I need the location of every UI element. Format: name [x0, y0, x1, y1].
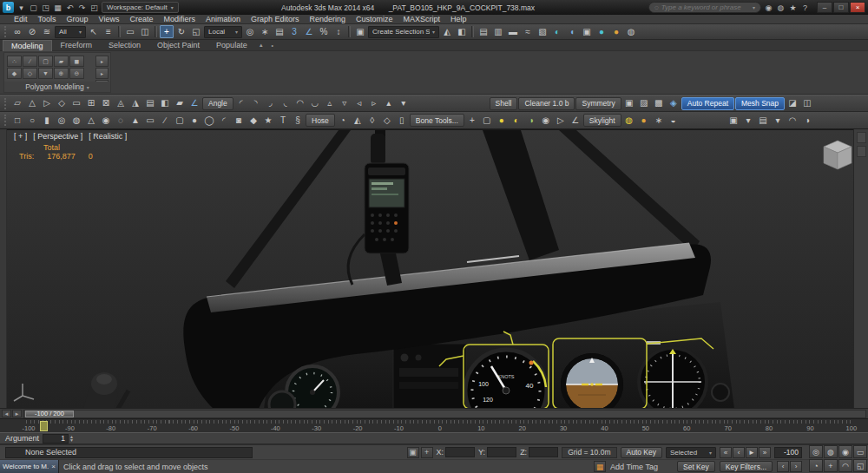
- hose-button[interactable]: Hose: [306, 114, 335, 127]
- y-coordinate-field[interactable]: [487, 447, 516, 457]
- signin-user-icon[interactable]: ◉: [763, 2, 774, 13]
- close-button[interactable]: ×: [850, 2, 865, 13]
- sphere-tool-icon[interactable]: ○: [25, 114, 39, 127]
- exposure-control-icon[interactable]: ◒: [667, 114, 681, 127]
- shift-brush-icon[interactable]: ◃: [352, 97, 366, 110]
- rectangle-tool-icon[interactable]: ▢: [173, 114, 187, 127]
- ribbon-tab[interactable]: Object Paint: [149, 40, 207, 51]
- viewport-general-menu[interactable]: [ + ]: [14, 132, 27, 141]
- pan-icon[interactable]: +: [824, 459, 838, 472]
- ribbon-minimize-icon[interactable]: ▴: [256, 42, 266, 49]
- gengon-tool-icon[interactable]: ◇: [380, 114, 394, 127]
- collapse-button[interactable]: ▼: [38, 68, 53, 79]
- helix-tool-icon[interactable]: §: [291, 114, 305, 127]
- toolbar-grip[interactable]: [4, 98, 8, 109]
- track-bar[interactable]: -100-90-80-70-60-50-40-30-20-10010203040…: [0, 418, 868, 432]
- layer-manager-icon[interactable]: ▤: [477, 25, 490, 38]
- select-and-rotate-icon[interactable]: ↻: [174, 25, 188, 38]
- edit-geometry-button[interactable]: ▸: [95, 68, 108, 79]
- select-by-name-icon[interactable]: ≡: [102, 25, 115, 38]
- viewport-pov-menu[interactable]: [ Perspective ]: [33, 132, 82, 141]
- reference-coordinate-dropdown[interactable]: Local ▾: [204, 26, 242, 38]
- select-object-icon[interactable]: ↖: [87, 25, 101, 38]
- menu-item[interactable]: Rendering: [305, 15, 352, 23]
- ribbon-options-icon[interactable]: •: [267, 43, 278, 49]
- viewcube[interactable]: [824, 141, 852, 169]
- compass-helper-icon[interactable]: ∗: [652, 114, 666, 127]
- chevron-down-icon[interactable]: ▾: [753, 4, 755, 10]
- box-tool-icon[interactable]: □: [10, 114, 24, 127]
- grid-options-icon[interactable]: ◪: [786, 97, 799, 110]
- command-panel-collapsed[interactable]: [853, 129, 868, 408]
- point-helper-icon[interactable]: +: [465, 114, 479, 127]
- window-crossing-icon[interactable]: ◫: [138, 25, 152, 38]
- flyout-arrow-icon[interactable]: ▾: [771, 114, 785, 127]
- border-mode-button[interactable]: ▢: [38, 56, 53, 67]
- daylight-icon[interactable]: ●: [637, 114, 651, 127]
- go-to-end-icon[interactable]: »: [759, 447, 771, 458]
- bone-tools-button[interactable]: Bone Tools...: [410, 114, 464, 127]
- exaggerate-brush-icon[interactable]: ▿: [338, 97, 352, 110]
- build-corner-icon[interactable]: ⊞: [84, 97, 98, 110]
- minimize-button[interactable]: –: [817, 2, 832, 13]
- communication-center-icon[interactable]: ◍: [775, 2, 786, 13]
- zoom-icon[interactable]: ◎: [809, 445, 823, 458]
- schematic-view-icon[interactable]: ▧: [536, 25, 549, 38]
- spindle-tool-icon[interactable]: ◊: [365, 114, 379, 127]
- workspace-dropdown[interactable]: Workspace: Default ▾: [102, 2, 179, 13]
- ringwave-tool-icon[interactable]: ◔: [336, 114, 350, 127]
- donut-tool-icon[interactable]: ◙: [232, 114, 246, 127]
- vertex-mode-button[interactable]: ∴: [7, 56, 22, 67]
- use-pivot-point-center-icon[interactable]: ◎: [243, 25, 257, 38]
- flatten-brush-icon[interactable]: ◡: [308, 97, 322, 110]
- snaps-toggle-3d-icon[interactable]: 3: [287, 25, 301, 38]
- modify-mode-button[interactable]: ▸: [95, 56, 108, 67]
- panorama-exporter-icon[interactable]: ◠: [786, 114, 799, 127]
- key-filters-button[interactable]: Key Filters...: [720, 461, 773, 472]
- auto-key-button[interactable]: Auto Key: [621, 447, 663, 458]
- object-level-button[interactable]: ◆: [7, 68, 22, 79]
- time-forward-icon[interactable]: ►: [12, 410, 22, 417]
- render-setup-icon[interactable]: ◖: [565, 25, 579, 38]
- x-coordinate-field[interactable]: [445, 447, 475, 457]
- spinner-arrows-icon[interactable]: ▲▼: [69, 435, 74, 442]
- absolute-mode-icon[interactable]: +: [421, 447, 433, 458]
- field-of-view-icon[interactable]: ◔: [809, 459, 823, 472]
- ribbon-tab[interactable]: Modeling: [3, 40, 52, 51]
- curve-editor-icon[interactable]: ≈: [521, 25, 535, 38]
- open-file-icon[interactable]: ◳: [40, 2, 51, 13]
- go-to-start-icon[interactable]: «: [720, 447, 732, 458]
- ngon-tool-icon[interactable]: ◆: [247, 114, 260, 127]
- preview-selection-button[interactable]: ◇: [23, 68, 37, 79]
- pinch-brush-icon[interactable]: ◟: [279, 97, 293, 110]
- target-weld-icon[interactable]: ◬: [114, 97, 128, 110]
- environment-icon[interactable]: ◑: [800, 114, 814, 127]
- save-file-icon[interactable]: ▦: [52, 2, 63, 13]
- quad-cap-icon[interactable]: ▷: [40, 97, 54, 110]
- menu-item[interactable]: Views: [94, 15, 125, 23]
- play-icon[interactable]: ►: [746, 447, 758, 458]
- batch-render-icon[interactable]: ▤: [756, 114, 770, 127]
- add-time-tag[interactable]: Add Time Tag: [610, 463, 658, 471]
- next-key-icon[interactable]: ›: [790, 461, 802, 472]
- menu-item[interactable]: Group: [62, 15, 94, 23]
- surface-constraint-icon[interactable]: ▣: [622, 97, 636, 110]
- arc-tool-icon[interactable]: ◜: [217, 114, 231, 127]
- polygon-mode-button[interactable]: ▰: [54, 56, 69, 67]
- menu-item[interactable]: Help: [445, 15, 472, 23]
- close-icon[interactable]: ×: [51, 463, 56, 470]
- set-flow-icon[interactable]: ◇: [55, 97, 69, 110]
- select-and-move-icon[interactable]: +: [160, 25, 174, 38]
- tube-tool-icon[interactable]: ◌: [114, 114, 128, 127]
- argument-value[interactable]: 1: [43, 434, 69, 443]
- viewport-shading-menu[interactable]: [ Realistic ]: [89, 132, 127, 141]
- app-menu-arrow-icon[interactable]: ▾: [16, 2, 27, 13]
- ribbon-tab[interactable]: Populate: [208, 40, 255, 51]
- attach-button[interactable]: ⊕: [54, 68, 69, 79]
- unlink-selection-icon[interactable]: ⊘: [25, 25, 39, 38]
- slice-plane-icon[interactable]: ▰: [173, 97, 187, 110]
- sunlight-icon[interactable]: ◍: [622, 114, 636, 127]
- zoom-extents-icon[interactable]: ◉: [838, 445, 852, 458]
- zoom-region-icon[interactable]: ▭: [853, 445, 867, 458]
- previous-frame-icon[interactable]: ‹: [733, 447, 745, 458]
